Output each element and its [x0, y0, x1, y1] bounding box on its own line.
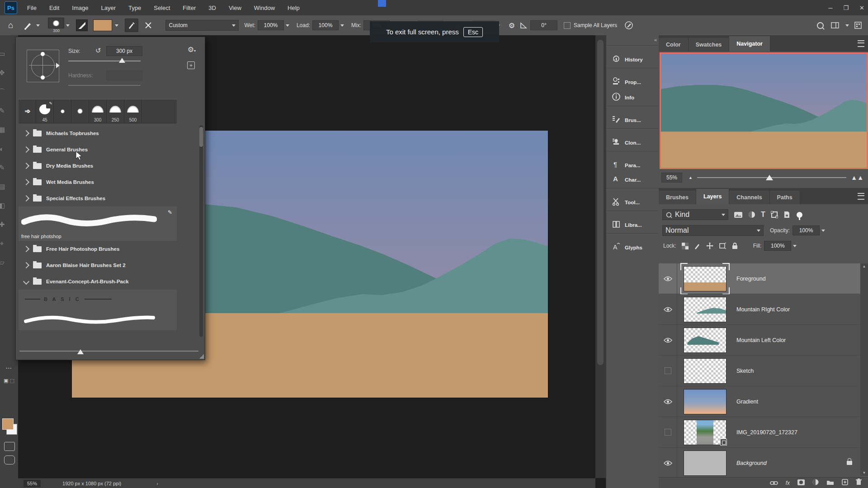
- pressure-size-icon[interactable]: [624, 21, 633, 30]
- brush-stroke-preview-selected[interactable]: ✎ free hair photshop: [19, 206, 177, 241]
- preview-size-slider-thumb[interactable]: [77, 349, 84, 354]
- navigator-zoom-slider[interactable]: [697, 177, 846, 178]
- dock-item-tool[interactable]: Tool...: [606, 193, 659, 211]
- brush-folder-michaels-topbrushes[interactable]: Michaels Topbrushes: [19, 125, 177, 141]
- chevron-right-icon[interactable]: [23, 130, 29, 136]
- brush-angle-icon[interactable]: [520, 22, 528, 28]
- size-slider-thumb[interactable]: [119, 58, 125, 63]
- menu-item-window[interactable]: Window: [254, 5, 275, 11]
- navigator-preview[interactable]: [660, 52, 868, 169]
- workspace-switcher-icon[interactable]: [854, 22, 862, 29]
- dock-item-glyphs[interactable]: A Glyphs: [606, 239, 659, 257]
- tool-icon-partial[interactable]: ▭: [0, 49, 7, 59]
- layers-panel-menu-icon[interactable]: [858, 193, 864, 200]
- layer-row-img-20190720-172327[interactable]: IMG_20190720_172327: [659, 417, 860, 448]
- tool-icon-partial[interactable]: ▦: [0, 125, 7, 135]
- layer-row-sketch[interactable]: Sketch: [659, 356, 860, 386]
- brush-preset-45[interactable]: ✎45: [36, 99, 54, 123]
- menu-item-select[interactable]: Select: [154, 5, 170, 11]
- filter-image-icon[interactable]: [734, 211, 743, 218]
- change-screen-mode-icon[interactable]: [4, 455, 15, 465]
- brush-preset-dot[interactable]: [71, 99, 89, 123]
- home-icon[interactable]: ⌂: [8, 20, 13, 30]
- brush-folder-free-hair-photoshop-brushes[interactable]: Free Hair Photoshop Brushes: [19, 241, 177, 257]
- brush-preset-250[interactable]: 250: [107, 99, 124, 123]
- foreground-color-swatch[interactable]: [2, 418, 14, 430]
- filter-toggle-pin[interactable]: [797, 212, 802, 218]
- filter-adjustment-icon[interactable]: [748, 211, 755, 218]
- adjustment-layer-icon[interactable]: [812, 479, 819, 487]
- tool-icon-partial[interactable]: ▤: [0, 182, 7, 192]
- menu-item-layer[interactable]: Layer: [101, 5, 116, 11]
- clean-brush-after-stroke-toggle[interactable]: [142, 19, 155, 32]
- brush-folder-general-brushes[interactable]: General Brushes: [19, 141, 177, 158]
- layer-thumbnail[interactable]: [684, 420, 726, 445]
- chevron-right-icon[interactable]: [23, 246, 29, 252]
- lock-transparency-icon[interactable]: [682, 243, 689, 249]
- menu-item-edit[interactable]: Edit: [49, 5, 59, 11]
- load-color-chevron[interactable]: [115, 24, 118, 27]
- layer-row-mountain-left-color[interactable]: Mountain Left Color: [659, 325, 860, 356]
- current-load-color-swatch[interactable]: [93, 19, 112, 31]
- size-slider[interactable]: [68, 61, 141, 61]
- brush-load-swatch-icon[interactable]: [76, 19, 88, 31]
- menu-item-help[interactable]: Help: [288, 5, 300, 11]
- layer-visibility-empty[interactable]: [659, 356, 677, 386]
- brush-stroke-preview-white[interactable]: [19, 309, 177, 330]
- close-button[interactable]: ✕: [859, 5, 864, 11]
- filter-shape-icon[interactable]: [771, 211, 778, 218]
- brush-preset-500[interactable]: 500: [124, 99, 142, 123]
- preview-size-slider[interactable]: [19, 351, 198, 352]
- size-field[interactable]: 300 px: [106, 46, 142, 56]
- brush-stroke-preview-basic[interactable]: B A S I C: [19, 290, 177, 309]
- new-group-icon[interactable]: [826, 479, 834, 487]
- layer-mask-icon[interactable]: [797, 479, 805, 487]
- tool-icon-partial[interactable]: ⌒: [0, 87, 7, 97]
- tab-swatches[interactable]: Swatches: [689, 38, 730, 52]
- dock-item-clon[interactable]: Clon...: [606, 134, 659, 152]
- filter-kind-dropdown[interactable]: Kind: [662, 209, 728, 220]
- layer-visibility-eye-icon[interactable]: [659, 263, 677, 294]
- delete-layer-icon[interactable]: [856, 479, 862, 487]
- brush-folder-aaron-blaise-hair-brushes-set-2[interactable]: Aaron Blaise Hair Brushes Set 2: [19, 257, 177, 273]
- load-field[interactable]: 100%: [312, 20, 339, 30]
- layer-thumbnail[interactable]: [684, 450, 726, 476]
- reset-size-icon[interactable]: ↺: [95, 47, 101, 55]
- menu-item-file[interactable]: File: [27, 5, 37, 11]
- navigator-zoom-thumb[interactable]: [766, 175, 773, 180]
- tab-paths[interactable]: Paths: [770, 191, 800, 204]
- filter-smart-object-icon[interactable]: [783, 211, 790, 218]
- tab-color[interactable]: Color: [659, 38, 689, 52]
- tab-brushes[interactable]: Brushes: [659, 191, 696, 204]
- mixer-brush-tool-icon[interactable]: [23, 20, 33, 30]
- chevron-right-icon[interactable]: [23, 179, 29, 185]
- dock-item-libra[interactable]: Libra...: [606, 216, 659, 234]
- menu-item-filter[interactable]: Filter: [183, 5, 196, 11]
- brush-picker-chevron[interactable]: [66, 24, 70, 27]
- layer-name[interactable]: Mountain RIght Color: [736, 306, 790, 313]
- sample-all-layers-checkbox[interactable]: [564, 22, 571, 29]
- brush-folder-dry-media-brushes[interactable]: Dry Media Brushes: [19, 158, 177, 174]
- layer-name[interactable]: Mountain Left Color: [736, 337, 786, 343]
- tool-icon-partial[interactable]: ⌖: [0, 239, 7, 249]
- navigator-panel-menu-icon[interactable]: [858, 40, 864, 47]
- workspace-chevron[interactable]: [845, 24, 849, 27]
- tool-preset-chevron[interactable]: [36, 24, 40, 27]
- layer-row-background[interactable]: Background: [659, 448, 860, 479]
- tool-icon-partial[interactable]: ✎: [0, 106, 7, 116]
- layer-name[interactable]: Foreground: [736, 276, 766, 282]
- link-layers-icon[interactable]: [770, 479, 778, 487]
- chevron-right-icon[interactable]: [23, 163, 29, 169]
- collapse-dock-icon[interactable]: «: [654, 37, 656, 42]
- dock-item-history[interactable]: History: [606, 51, 659, 69]
- zoom-out-mountain-icon[interactable]: ▲: [689, 175, 693, 180]
- search-icon[interactable]: [817, 22, 824, 29]
- menu-item-3d[interactable]: 3D: [208, 5, 216, 11]
- wet-field[interactable]: 100%: [258, 20, 284, 30]
- menu-item-view[interactable]: View: [229, 5, 241, 11]
- layer-name[interactable]: Gradient: [736, 399, 758, 405]
- layer-style-icon[interactable]: fx: [786, 480, 790, 486]
- brush-folder-wet-media-brushes[interactable]: Wet Media Brushes: [19, 174, 177, 190]
- tool-icon-partial[interactable]: ▱: [0, 258, 7, 267]
- chevron-down-icon[interactable]: [23, 278, 29, 285]
